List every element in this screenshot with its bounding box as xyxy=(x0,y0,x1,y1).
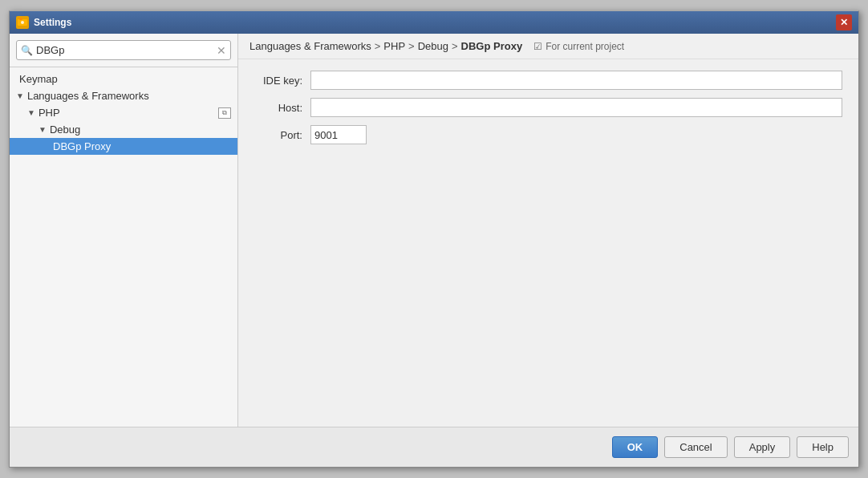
search-input[interactable] xyxy=(16,40,231,60)
cancel-button[interactable]: Cancel xyxy=(664,436,727,458)
footer: OK Cancel Apply Help xyxy=(10,427,858,467)
for-project-text: For current project xyxy=(546,41,624,52)
form-area: IDE key: Host: Port: xyxy=(238,59,858,427)
for-project-label: ☑ For current project xyxy=(533,41,624,52)
sidebar-item-dbgp-proxy[interactable]: DBGp Proxy xyxy=(10,138,237,155)
host-input[interactable] xyxy=(310,98,842,117)
breadcrumb-part: PHP xyxy=(383,40,405,52)
sidebar-tree: Keymap ▼ Languages & Frameworks ▼ PHP ⧉ xyxy=(10,67,237,427)
content-panel: Languages & Frameworks > PHP > Debug > D… xyxy=(238,34,858,427)
breadcrumb: Languages & Frameworks > PHP > Debug > D… xyxy=(238,34,858,59)
sidebar-item-label: PHP xyxy=(39,107,60,119)
sidebar-item-label: DBGp Proxy xyxy=(53,140,111,152)
apply-button[interactable]: Apply xyxy=(734,436,791,458)
sidebar-item-label: Debug xyxy=(50,124,80,136)
sidebar-item-php[interactable]: ▼ PHP ⧉ xyxy=(10,104,237,121)
search-container: 🔍 ✕ xyxy=(10,34,237,67)
idekey-label: IDE key: xyxy=(254,75,310,87)
app-icon xyxy=(16,16,29,29)
sidebar: 🔍 ✕ Keymap ▼ Languages & Frameworks xyxy=(10,34,238,427)
idekey-input[interactable] xyxy=(310,71,842,90)
sidebar-item-label: Keymap xyxy=(19,73,58,85)
close-button[interactable]: ✕ xyxy=(836,14,852,30)
window-body: 🔍 ✕ Keymap ▼ Languages & Frameworks xyxy=(10,34,858,467)
search-icon: 🔍 xyxy=(21,45,33,56)
breadcrumb-part: Languages & Frameworks xyxy=(249,40,371,52)
sidebar-item-label: Languages & Frameworks xyxy=(27,90,149,102)
settings-window: Settings ✕ 🔍 ✕ Keymap xyxy=(9,10,859,468)
copy-icon[interactable]: ⧉ xyxy=(218,107,231,119)
breadcrumb-part: Debug xyxy=(418,40,448,52)
sidebar-item-languages-frameworks[interactable]: ▼ Languages & Frameworks xyxy=(10,87,237,104)
host-label: Host: xyxy=(254,102,310,114)
sidebar-item-debug[interactable]: ▼ Debug xyxy=(10,121,237,138)
titlebar: Settings ✕ xyxy=(10,11,858,34)
for-project-icon: ☑ xyxy=(533,41,542,52)
svg-point-2 xyxy=(21,21,24,24)
help-button[interactable]: Help xyxy=(797,436,849,458)
port-input[interactable] xyxy=(310,125,367,144)
arrow-icon: ▼ xyxy=(39,125,47,134)
svg-rect-1 xyxy=(19,18,22,20)
arrow-icon: ▼ xyxy=(27,108,35,117)
search-clear-icon[interactable]: ✕ xyxy=(217,45,226,56)
breadcrumb-separator: > xyxy=(375,40,381,52)
breadcrumb-separator: > xyxy=(452,40,458,52)
search-wrapper: 🔍 ✕ xyxy=(16,40,231,60)
form-row-host: Host: xyxy=(254,98,842,117)
form-row-idekey: IDE key: xyxy=(254,71,842,90)
breadcrumb-current: DBGp Proxy xyxy=(461,40,523,52)
sidebar-item-keymap[interactable]: Keymap xyxy=(10,71,237,87)
ok-button[interactable]: OK xyxy=(612,436,659,458)
form-row-port: Port: xyxy=(254,125,842,144)
main-area: 🔍 ✕ Keymap ▼ Languages & Frameworks xyxy=(10,34,858,427)
port-label: Port: xyxy=(254,129,310,141)
arrow-icon: ▼ xyxy=(16,91,24,100)
window-title: Settings xyxy=(34,17,836,28)
breadcrumb-separator: > xyxy=(408,40,415,52)
